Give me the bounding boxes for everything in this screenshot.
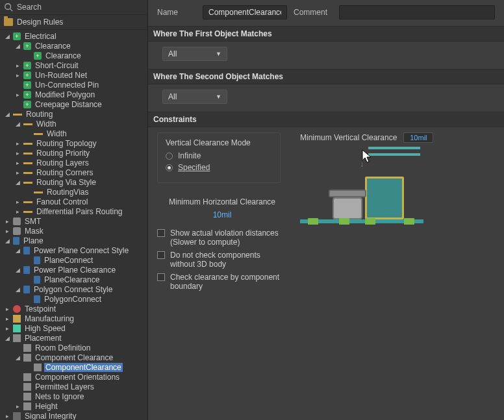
checkbox-icon — [157, 273, 165, 281]
creepage-icon — [23, 101, 31, 108]
tree-routing-priority[interactable]: ▸Routing Priority — [0, 148, 147, 158]
tree-routing-via-style[interactable]: ◢Routing Via Style — [0, 177, 147, 187]
tree-width-rule[interactable]: •Width — [0, 129, 147, 138]
scope2-dropdown[interactable]: All ▼ — [162, 90, 227, 104]
signal-integrity-icon — [13, 412, 21, 420]
radio-specified[interactable]: Specified — [166, 163, 272, 172]
chk-show-violations[interactable]: Show actual violation distances (Slower … — [157, 229, 287, 247]
diffpairs-icon — [23, 208, 32, 215]
comment-label: Comment — [294, 8, 333, 17]
polygon-connect-icon — [34, 295, 40, 303]
radio-infinite-label: Infinite — [178, 151, 201, 160]
short-circuit-icon — [23, 62, 31, 69]
tree-plane-connect[interactable]: •PlaneConnect — [0, 255, 147, 265]
tree-placement[interactable]: ◢Placement — [0, 333, 147, 343]
search-row[interactable]: Search — [0, 0, 147, 15]
radio-infinite[interactable]: Infinite — [166, 151, 272, 160]
scope1-value: All — [168, 49, 177, 58]
routing-icon — [13, 111, 22, 117]
tree-electrical[interactable]: ◢Electrical — [0, 31, 147, 41]
main-panel: Name Comment Where The First Object Matc… — [148, 0, 504, 420]
tree-pp-clearance[interactable]: ◢Power Plane Clearance — [0, 265, 147, 275]
tree-height[interactable]: ▸Height — [0, 401, 147, 411]
svg-point-0 — [5, 4, 11, 10]
clearance-icon — [23, 42, 31, 50]
tree-plane-clearance[interactable]: •PlaneClearance — [0, 275, 147, 284]
tree-room-definition[interactable]: •Room Definition — [0, 343, 147, 352]
tree-signal-integrity[interactable]: ▸Signal Integrity — [0, 411, 147, 420]
chevron-down-icon: ▼ — [216, 93, 221, 100]
placement-icon — [13, 334, 21, 342]
pp-clearance-icon — [23, 266, 30, 274]
checkbox-icon — [157, 251, 165, 259]
tree-smt[interactable]: ▸SMT — [0, 216, 147, 226]
tree-component-clearance-rule[interactable]: •ComponentClearance — [0, 362, 147, 372]
tree-component-clearance[interactable]: ◢Component Clearance — [0, 352, 147, 362]
mhc-value[interactable]: 10mil — [213, 210, 232, 219]
tree-poly-connect-style[interactable]: ◢Polygon Connect Style — [0, 284, 147, 294]
tree-plane[interactable]: ◢Plane — [0, 236, 147, 245]
tree-nets-to-ignore[interactable]: •Nets to Ignore — [0, 391, 147, 401]
tree-diffpairs[interactable]: ▸Differential Pairs Routing — [0, 206, 147, 216]
tree-clearance[interactable]: ◢Clearance — [0, 41, 147, 51]
tree-component-orientations[interactable]: •Component Orientations — [0, 372, 147, 382]
mvc-label: Minimum Vertical Clearance — [300, 133, 397, 142]
pp-connect-style-icon — [23, 247, 30, 254]
radio-dot-icon — [166, 153, 173, 160]
name-input[interactable] — [203, 5, 287, 19]
tree-width[interactable]: ◢Width — [0, 119, 147, 129]
rules-root[interactable]: Design Rules — [0, 15, 147, 30]
chk-no-3d-body-label: Do not check components without 3D body — [170, 251, 287, 269]
search-placeholder: Search — [17, 3, 42, 12]
tree-unconnected-pin[interactable]: •Un-Connected Pin — [0, 80, 147, 90]
high-speed-icon — [13, 325, 21, 332]
vc-mode-label: Vertical Clearance Mode — [166, 138, 272, 147]
tree-routing-vias[interactable]: •RoutingVias — [0, 187, 147, 197]
tree-creepage[interactable]: •Creepage Distance — [0, 99, 147, 109]
tree-manufacturing[interactable]: ▸Manufacturing — [0, 314, 147, 323]
mvc-value[interactable]: 10mil — [403, 132, 433, 143]
comment-input[interactable] — [339, 5, 495, 19]
name-label: Name — [157, 8, 196, 17]
component-orientations-icon — [23, 373, 31, 381]
tree-clearance-rule[interactable]: •Clearance — [0, 51, 147, 60]
tree-routing-layers[interactable]: ▸Routing Layers — [0, 158, 147, 167]
chk-show-violations-label: Show actual violation distances (Slower … — [170, 229, 287, 247]
tree-pp-connect-style[interactable]: ◢Power Plane Connect Style — [0, 245, 147, 255]
rules-tree: ◢Electrical ◢Clearance •Clearance ▸Short… — [0, 30, 147, 420]
radio-dot-icon — [166, 164, 173, 171]
tree-permitted-layers[interactable]: •Permitted Layers — [0, 382, 147, 391]
svg-line-1 — [10, 9, 13, 12]
tree-routing-corners[interactable]: ▸Routing Corners — [0, 167, 147, 177]
tree-testpoint[interactable]: ▸Testpoint — [0, 304, 147, 314]
where-second-header: Where The Second Object Matches — [148, 69, 504, 84]
height-icon — [23, 402, 31, 410]
mask-icon — [13, 227, 21, 235]
rules-root-label: Design Rules — [17, 18, 63, 27]
tree-short-circuit[interactable]: ▸Short-Circuit — [0, 60, 147, 70]
tree-high-speed[interactable]: ▸High Speed — [0, 323, 147, 333]
clearance-illustration: ↓ — [300, 145, 423, 230]
routing-priority-icon — [23, 150, 32, 156]
sidebar: Search Design Rules ◢Electrical ◢Clearan… — [0, 0, 148, 420]
smt-icon — [13, 217, 21, 225]
routing-vias-icon — [34, 189, 43, 195]
clearance-rule-icon — [34, 52, 42, 60]
unrouted-net-icon — [23, 71, 31, 79]
checkbox-icon — [157, 229, 165, 237]
component-clearance-icon — [23, 354, 31, 362]
tree-unrouted-net[interactable]: ▸Un-Routed Net — [0, 70, 147, 80]
tree-fanout[interactable]: ▸Fanout Control — [0, 197, 147, 206]
search-icon — [4, 3, 13, 12]
tree-mask[interactable]: ▸Mask — [0, 226, 147, 236]
tree-routing[interactable]: ◢Routing — [0, 109, 147, 119]
routing-via-style-icon — [23, 179, 32, 186]
tree-polygon-connect[interactable]: •PolygonConnect — [0, 294, 147, 304]
scope2-value: All — [168, 92, 177, 101]
fanout-icon — [23, 199, 32, 205]
chk-by-boundary[interactable]: Check clearance by component boundary — [157, 273, 287, 291]
tree-routing-topology[interactable]: ▸Routing Topology — [0, 138, 147, 148]
scope1-dropdown[interactable]: All ▼ — [162, 47, 227, 61]
tree-modified-polygon[interactable]: ▸Modified Polygon — [0, 90, 147, 99]
chk-no-3d-body[interactable]: Do not check components without 3D body — [157, 251, 287, 269]
